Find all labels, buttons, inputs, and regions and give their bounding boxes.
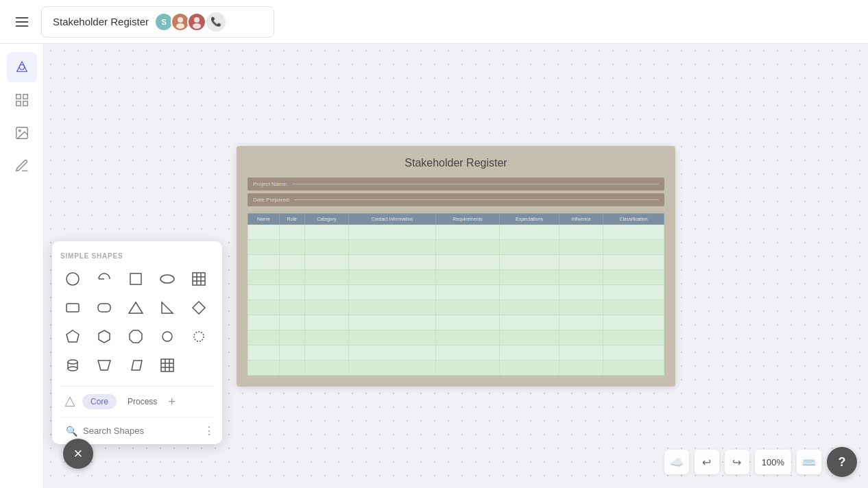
svg-rect-9	[23, 101, 27, 106]
shapes-panel: SIMPLE SHAPES	[52, 241, 222, 444]
table-row	[248, 345, 664, 360]
svg-point-11	[19, 130, 21, 132]
svg-rect-22	[98, 304, 110, 312]
left-sidebar	[0, 44, 44, 488]
help-label: ?	[839, 455, 846, 469]
svg-point-5	[19, 64, 24, 69]
fab-close-button[interactable]: ×	[63, 439, 93, 469]
svg-point-34	[68, 367, 77, 371]
table-row	[248, 300, 664, 315]
table-row	[248, 224, 664, 239]
help-button[interactable]: ?	[827, 447, 857, 477]
shape-pentagon[interactable]	[60, 324, 85, 349]
svg-point-31	[68, 360, 77, 364]
panel-section-label: SIMPLE SHAPES	[60, 252, 214, 260]
col-expectations: Expectations	[500, 213, 559, 224]
bottom-toolbar: ☁️ ↩ ↪ 100% ⌨️ ?	[664, 447, 857, 477]
shape-parallelogram[interactable]	[123, 353, 148, 378]
svg-marker-27	[99, 330, 110, 343]
svg-point-30	[194, 332, 204, 341]
shapes-tab-icon[interactable]	[60, 392, 80, 411]
svg-marker-25	[193, 302, 205, 314]
shape-ellipse[interactable]	[155, 267, 180, 291]
shape-circle-dotted[interactable]	[186, 324, 211, 349]
svg-marker-28	[130, 330, 142, 343]
svg-point-0	[178, 17, 183, 23]
project-name-field: Project Name:	[248, 178, 664, 191]
shape-hexagon[interactable]	[92, 324, 117, 349]
shape-diamond[interactable]	[186, 295, 211, 320]
svg-point-2	[194, 17, 200, 23]
table-row	[248, 254, 664, 269]
svg-rect-7	[23, 95, 27, 99]
col-influence: Influence	[559, 213, 603, 224]
sidebar-item-drawing[interactable]	[7, 151, 37, 181]
svg-rect-21	[67, 304, 79, 312]
shape-circle[interactable]	[60, 267, 85, 291]
close-label: ×	[74, 445, 83, 463]
shape-arc[interactable]	[92, 267, 117, 291]
col-classification: Classification	[603, 213, 664, 224]
shape-circle-sm[interactable]	[155, 324, 180, 349]
col-contact: Contact Information	[348, 213, 435, 224]
zoom-level: 100%	[755, 450, 791, 474]
col-role: Role	[279, 213, 304, 224]
table-row	[248, 239, 664, 254]
tab-process[interactable]: Process	[119, 394, 165, 409]
shape-rounded-rect[interactable]	[60, 295, 85, 320]
shape-trapezoid[interactable]	[92, 353, 117, 378]
shape-triangle[interactable]	[123, 295, 148, 320]
register-title: Stakeholder Register	[248, 157, 664, 169]
svg-marker-23	[129, 302, 143, 313]
document-title: Stakeholder Register	[53, 16, 149, 27]
redo-button[interactable]: ↪	[725, 450, 749, 474]
svg-rect-16	[193, 273, 205, 285]
shape-rounded-rect2[interactable]	[92, 295, 117, 320]
search-input[interactable]	[83, 426, 198, 436]
shape-cylinder[interactable]	[60, 353, 85, 378]
date-prepared-label: Date Prepared:	[253, 197, 290, 203]
sidebar-item-shapes[interactable]	[7, 52, 37, 82]
shapes-grid	[60, 267, 214, 378]
svg-rect-37	[161, 359, 173, 371]
col-requirements: Requirements	[435, 213, 499, 224]
shape-square[interactable]	[123, 267, 148, 291]
cloud-save-button[interactable]: ☁️	[664, 450, 689, 474]
col-category: Category	[304, 213, 348, 224]
sidebar-item-frames[interactable]	[7, 85, 37, 115]
menu-button[interactable]	[11, 11, 33, 33]
shape-right-triangle[interactable]	[155, 295, 180, 320]
add-tab-button[interactable]: +	[168, 395, 176, 409]
svg-rect-6	[16, 95, 20, 99]
tab-core[interactable]: Core	[82, 394, 117, 409]
svg-point-15	[160, 275, 174, 283]
shape-table[interactable]	[186, 267, 211, 291]
collaborators: S 📞	[157, 12, 226, 32]
keyboard-shortcut-button[interactable]: ⌨️	[797, 450, 821, 474]
shape-octagon[interactable]	[123, 324, 148, 349]
undo-button[interactable]: ↩	[695, 450, 719, 474]
table-row	[248, 269, 664, 284]
title-bar: Stakeholder Register S 📞	[41, 6, 274, 38]
svg-rect-8	[16, 101, 20, 106]
date-prepared-field: Date Prepared:	[248, 193, 664, 206]
svg-point-12	[67, 273, 79, 285]
svg-marker-35	[98, 361, 110, 370]
project-name-label: Project Name:	[253, 181, 288, 187]
stakeholder-table: Name Role Category Contact Information R…	[248, 213, 664, 376]
project-fields: Project Name: Date Prepared:	[248, 178, 664, 206]
svg-rect-14	[130, 273, 141, 284]
sidebar-item-images[interactable]	[7, 118, 37, 148]
col-name: Name	[248, 213, 280, 224]
shape-grid2[interactable]	[155, 353, 180, 378]
svg-marker-26	[67, 330, 79, 342]
more-options-icon[interactable]: ⋮	[204, 424, 215, 437]
call-button[interactable]: 📞	[206, 12, 226, 32]
svg-marker-36	[132, 361, 142, 370]
table-row	[248, 330, 664, 345]
header: Stakeholder Register S 📞	[0, 0, 868, 44]
search-icon: 🔍	[66, 426, 77, 437]
register-card: Stakeholder Register Project Name: Date …	[237, 146, 675, 387]
panel-tabs: Core Process +	[60, 386, 214, 417]
table-row	[248, 315, 664, 330]
